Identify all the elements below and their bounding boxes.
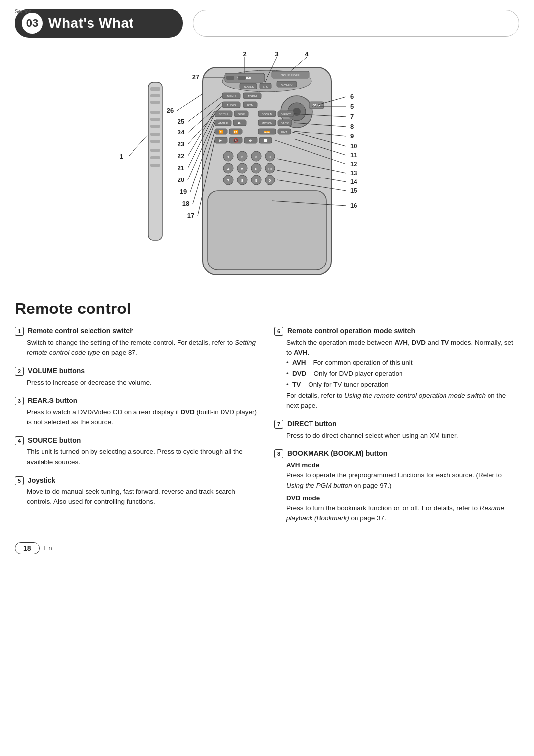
section-label: Section: [15, 9, 31, 14]
svg-text:8: 8: [241, 178, 244, 183]
entry-6: 6 Remote control operation mode switch S…: [274, 327, 519, 411]
entry-1-body: Switch to change the setting of the remo…: [15, 338, 260, 358]
section-number: 03: [22, 13, 43, 34]
svg-text:SRC: SRC: [263, 85, 269, 88]
svg-rect-0: [148, 82, 162, 240]
svg-text:ANGLE: ANGLE: [218, 122, 228, 125]
svg-text:BOOK.M: BOOK.M: [262, 113, 272, 116]
content-area: 1 Remote control selection switch Switch…: [0, 327, 534, 533]
entry-6-header: 6 Remote control operation mode switch: [274, 327, 519, 336]
entry-2: 2 VOLUME buttons Press to increase or de…: [15, 367, 260, 388]
svg-rect-16: [226, 76, 234, 80]
footer: 18 En: [0, 533, 534, 564]
svg-text:10: 10: [268, 167, 272, 171]
page-number: 18: [15, 542, 40, 554]
entry-3-num: 3: [15, 397, 24, 405]
svg-text:BACK: BACK: [281, 122, 289, 125]
svg-rect-10: [150, 156, 160, 159]
svg-text:19: 19: [180, 188, 187, 195]
entry-3-body: Press to watch a DVD/Video CD on a rear …: [15, 407, 260, 428]
remote-diagram: VOLUME SOUR E/OFF REAR.S SRC A.MENU MENU…: [15, 52, 519, 290]
svg-text:2: 2: [243, 52, 246, 58]
entry-1-label: Remote control selection switch: [28, 327, 134, 335]
entry-6-body: Switch the operation mode between AVH, D…: [274, 338, 519, 411]
entry-8-num: 8: [274, 449, 283, 458]
svg-text:⏭: ⏭: [249, 138, 253, 143]
svg-text:MOTION: MOTION: [262, 122, 272, 125]
svg-text:27: 27: [192, 73, 199, 81]
svg-text:⏮: ⏮: [219, 138, 223, 143]
svg-text:17: 17: [187, 212, 194, 219]
entry-2-body: Press to increase or decrease the volume…: [15, 378, 260, 388]
svg-text:SOUR E/OFF: SOUR E/OFF: [281, 74, 300, 77]
entry-1: 1 Remote control selection switch Switch…: [15, 327, 260, 358]
entry-7-label: DIRECT button: [287, 420, 337, 428]
svg-text:8: 8: [350, 123, 354, 130]
svg-rect-5: [150, 118, 160, 121]
svg-text:5: 5: [241, 167, 244, 171]
svg-text:A.MENU: A.MENU: [281, 83, 292, 86]
svg-text:1: 1: [119, 153, 123, 160]
svg-text:7: 7: [350, 113, 354, 120]
svg-line-96: [129, 135, 147, 156]
svg-text:C: C: [268, 155, 271, 159]
remote-control-title: Remote control: [0, 295, 534, 327]
svg-rect-3: [150, 101, 160, 104]
entry-1-num: 1: [15, 327, 24, 336]
svg-text:20: 20: [178, 176, 184, 183]
bullet-avh: AVH – For common operation of this unit: [286, 358, 519, 368]
svg-text:0: 0: [269, 178, 271, 183]
dvd-mode-heading: DVD mode: [286, 493, 519, 503]
entry-3-label: REAR.S button: [28, 397, 77, 404]
svg-text:9: 9: [350, 133, 354, 140]
entry-1-header: 1 Remote control selection switch: [15, 327, 260, 336]
svg-rect-6: [150, 125, 160, 128]
svg-text:4: 4: [305, 52, 309, 58]
right-column: 6 Remote control operation mode switch S…: [274, 327, 519, 533]
entry-5-header: 5 Joystick: [15, 476, 260, 485]
svg-text:23: 23: [178, 140, 184, 148]
header-right-box: [193, 10, 519, 37]
bullet-dvd: DVD – Only for DVD player operation: [286, 369, 519, 379]
entry-8-body: AVH mode Press to operate the preprogram…: [274, 460, 519, 524]
svg-text:5: 5: [350, 103, 354, 110]
diagram-area: VOLUME SOUR E/OFF REAR.S SRC A.MENU MENU…: [0, 38, 534, 295]
svg-line-146: [177, 94, 203, 111]
svg-text:🔇: 🔇: [233, 138, 238, 143]
section-title: What's What: [48, 15, 134, 31]
svg-text:MENU: MENU: [227, 95, 236, 98]
entry-7-header: 7 DIRECT button: [274, 420, 519, 429]
svg-text:1: 1: [227, 155, 230, 159]
entry-6-bullets: AVH – For common operation of this unit …: [286, 358, 519, 390]
svg-text:12: 12: [350, 160, 357, 168]
entry-4-body: This unit is turned on by selecting a so…: [15, 447, 260, 467]
left-column: 1 Remote control selection switch Switch…: [15, 327, 260, 533]
svg-rect-1: [150, 87, 160, 91]
svg-text:REAR.S: REAR.S: [243, 85, 254, 88]
svg-text:3: 3: [275, 52, 278, 58]
header: 03 What's What: [0, 0, 534, 38]
entry-4-num: 4: [15, 436, 24, 445]
entry-5-label: Joystick: [28, 476, 55, 484]
svg-text:6: 6: [350, 93, 354, 100]
svg-text:⏪: ⏪: [219, 129, 223, 134]
avh-mode-heading: AVH mode: [286, 460, 519, 470]
svg-text:22: 22: [178, 152, 184, 160]
entry-2-num: 2: [15, 367, 24, 376]
svg-rect-2: [150, 94, 160, 97]
svg-text:ENT: ENT: [281, 131, 287, 133]
svg-text:DIRECT: DIRECT: [281, 113, 291, 116]
svg-rect-7: [150, 133, 160, 136]
entry-5-body: Move to do manual seek tuning, fast forw…: [15, 487, 260, 507]
svg-rect-9: [150, 149, 160, 152]
svg-text:⏩⏩: ⏩⏩: [264, 130, 270, 134]
svg-text:15: 15: [350, 187, 357, 194]
entry-3: 3 REAR.S button Press to watch a DVD/Vid…: [15, 397, 260, 428]
svg-text:⏭: ⏭: [238, 121, 242, 125]
svg-text:10: 10: [350, 142, 357, 150]
entry-4-label: SOURCE button: [28, 436, 81, 444]
entry-8-label: BOOKMARK (BOOK.M) button: [287, 449, 387, 457]
section-badge: 03 What's What: [15, 9, 183, 38]
entry-4-header: 4 SOURCE button: [15, 436, 260, 445]
footer-lang: En: [44, 544, 52, 552]
